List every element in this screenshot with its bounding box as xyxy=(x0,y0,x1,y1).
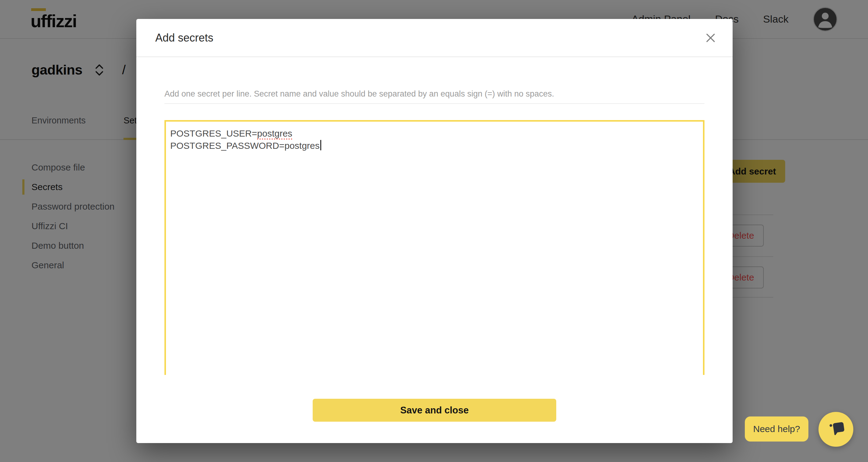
equals-separator: = xyxy=(279,141,284,151)
modal-title: Add secrets xyxy=(155,31,213,44)
modal-header: Add secrets xyxy=(136,19,733,57)
modal-body: Add one secret per line. Secret name and… xyxy=(136,89,733,422)
secrets-textarea[interactable]: POSTGRES_USER=postgres POSTGRES_PASSWORD… xyxy=(164,120,705,375)
secret-value: postgres xyxy=(284,141,320,151)
secret-line: POSTGRES_USER=postgres xyxy=(170,127,700,140)
secrets-helper-text: Add one secret per line. Secret name and… xyxy=(164,89,705,104)
save-and-close-button[interactable]: Save and close xyxy=(313,399,556,422)
chat-launcher-button[interactable] xyxy=(818,412,853,447)
need-help-button[interactable]: Need help? xyxy=(745,417,808,441)
secret-value-misspelled: postgres xyxy=(257,129,292,140)
secret-name: POSTGRES_USER xyxy=(170,128,252,138)
secret-line: POSTGRES_PASSWORD=postgres xyxy=(170,140,700,152)
text-cursor xyxy=(320,140,321,150)
equals-separator: = xyxy=(252,128,257,138)
add-secrets-modal: Add secrets Add one secret per line. Sec… xyxy=(136,19,733,443)
secret-name: POSTGRES_PASSWORD xyxy=(170,141,279,151)
close-x-icon[interactable] xyxy=(703,31,718,45)
speech-bubble-icon xyxy=(826,420,846,439)
